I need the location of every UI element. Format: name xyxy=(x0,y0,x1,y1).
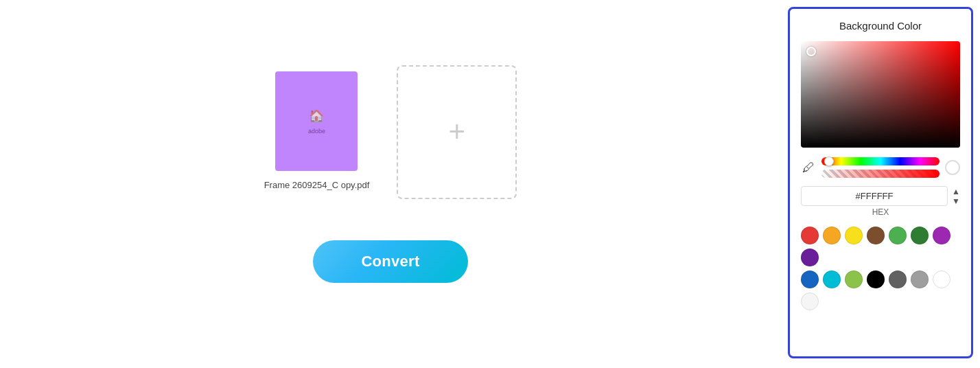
hex-label: HEX xyxy=(801,207,960,217)
swatch-light-white[interactable] xyxy=(801,292,819,310)
hex-input-wrap xyxy=(801,186,948,206)
file-item: 🏠 adobe Frame 2609254_C opy.pdf xyxy=(264,71,370,192)
swatch-cyan[interactable] xyxy=(823,271,841,288)
picker-cursor xyxy=(806,47,816,56)
swatch-orange[interactable] xyxy=(823,227,841,244)
opacity-slider[interactable] xyxy=(821,170,940,178)
color-picker-panel: Background Color 🖊 ▲ ▼ xyxy=(788,7,973,358)
swatch-lime[interactable] xyxy=(845,271,863,288)
swatch-light-green[interactable] xyxy=(889,227,907,244)
eyedropper-icon: 🖊 xyxy=(802,161,815,174)
swatch-medium-gray[interactable] xyxy=(911,271,929,288)
swatches-row-1 xyxy=(801,227,960,266)
hue-slider[interactable] xyxy=(821,157,940,165)
hex-section: ▲ ▼ HEX xyxy=(801,185,960,217)
plus-icon: + xyxy=(449,117,466,146)
eyedropper-button[interactable]: 🖊 xyxy=(801,159,816,176)
hex-down-arrow[interactable]: ▼ xyxy=(952,197,960,205)
hex-up-arrow[interactable]: ▲ xyxy=(952,187,960,196)
swatch-dark-blue[interactable] xyxy=(801,271,819,288)
swatch-dark-gray[interactable] xyxy=(889,271,907,288)
upload-box[interactable]: + xyxy=(397,65,517,199)
hue-thumb xyxy=(824,157,834,166)
pdf-thumbnail: 🏠 adobe xyxy=(275,71,358,171)
swatch-yellow[interactable] xyxy=(845,227,863,244)
convert-button-wrapper: Convert xyxy=(313,240,467,283)
file-label: Frame 2609254_C opy.pdf xyxy=(264,179,370,192)
pdf-home-icon: 🏠 xyxy=(309,108,324,124)
main-area: 🏠 adobe Frame 2609254_C opy.pdf + Conver… xyxy=(0,0,781,368)
swatch-purple[interactable] xyxy=(933,227,950,244)
swatch-black[interactable] xyxy=(867,271,885,288)
convert-button[interactable]: Convert xyxy=(313,240,467,283)
panel-title: Background Color xyxy=(801,20,960,32)
sliders-column xyxy=(821,157,940,178)
gradient-dark xyxy=(801,41,960,148)
swatch-dark-purple[interactable] xyxy=(801,249,819,266)
files-row: 🏠 adobe Frame 2609254_C opy.pdf + xyxy=(264,65,517,199)
alpha-circle xyxy=(945,160,960,175)
swatch-dark-green[interactable] xyxy=(911,227,929,244)
hex-row: ▲ ▼ xyxy=(801,186,960,206)
opacity-overlay xyxy=(821,170,940,178)
hex-arrows: ▲ ▼ xyxy=(952,187,960,205)
swatch-red[interactable] xyxy=(801,227,819,244)
swatch-brown[interactable] xyxy=(867,227,885,244)
swatches-section xyxy=(801,227,960,310)
swatches-row-2 xyxy=(801,271,960,310)
hex-input[interactable] xyxy=(801,186,948,206)
gradient-picker[interactable] xyxy=(801,41,960,148)
pdf-subtext: adobe xyxy=(308,128,325,135)
swatch-white[interactable] xyxy=(933,271,950,288)
sliders-row: 🖊 xyxy=(801,157,960,178)
